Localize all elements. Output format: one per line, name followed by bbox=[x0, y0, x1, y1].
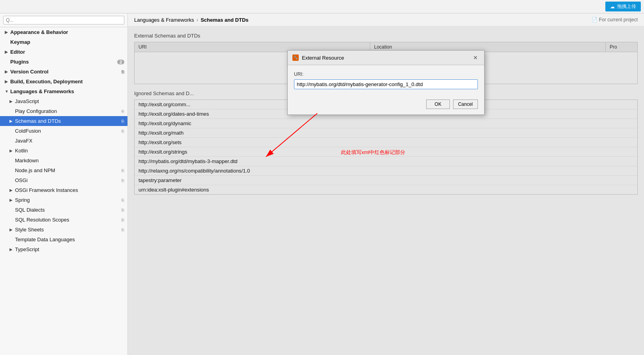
sidebar-label: Plugins bbox=[10, 59, 29, 65]
sidebar-item-spring[interactable]: ▶ Spring⎘ bbox=[0, 195, 127, 205]
sidebar-label: TypeScript bbox=[15, 246, 39, 252]
sidebar-item-nodejs[interactable]: Node.js and NPM⎘ bbox=[0, 165, 127, 175]
sidebar-item-version-control[interactable]: ▶ Version Control⎘ bbox=[0, 67, 127, 77]
copy-icon: ⎘ bbox=[122, 227, 124, 232]
dialog-app-icon: 🔧 bbox=[292, 54, 299, 61]
sidebar-item-coldfusion[interactable]: ColdFusion⎘ bbox=[0, 126, 127, 136]
dialog-title-bar: 🔧 External Resource ✕ bbox=[288, 51, 484, 65]
copy-icon: ⎘ bbox=[122, 198, 124, 203]
sidebar-label: Play Configuration bbox=[15, 108, 57, 114]
sidebar-label: JavaScript bbox=[15, 98, 39, 104]
dialog-title: External Resource bbox=[302, 55, 468, 61]
uri-input[interactable] bbox=[294, 79, 478, 89]
arrow-icon: ▶ bbox=[9, 227, 15, 232]
sidebar-item-keymap[interactable]: Keymap bbox=[0, 37, 127, 47]
sidebar-item-typescript[interactable]: ▶ TypeScript bbox=[0, 244, 127, 254]
copy-icon: ⎘ bbox=[122, 168, 124, 173]
sidebar-item-play-config[interactable]: Play Configuration⎘ bbox=[0, 106, 127, 116]
sidebar-label: Schemas and DTDs bbox=[15, 118, 61, 124]
arrow-icon: ▶ bbox=[5, 50, 10, 54]
copy-icon: ⎘ bbox=[122, 178, 124, 183]
sidebar-item-osgi[interactable]: OSGi⎘ bbox=[0, 175, 127, 185]
arrow-icon: ▶ bbox=[9, 247, 15, 252]
sidebar-label: Version Control bbox=[10, 69, 49, 75]
main-content: Languages & Frameworks › Schemas and DTD… bbox=[128, 13, 644, 355]
sidebar-label: Build, Execution, Deployment bbox=[10, 79, 82, 85]
dialog-body: URI: bbox=[288, 65, 484, 96]
sidebar-item-osgi-framework[interactable]: ▶ OSGi Framework Instances bbox=[0, 185, 127, 195]
sidebar-item-sql-dialects[interactable]: SQL Dialects⎘ bbox=[0, 205, 127, 215]
copy-icon: ⎘ bbox=[122, 69, 124, 74]
sidebar-item-build[interactable]: ▶ Build, Execution, Deployment bbox=[0, 77, 127, 86]
project-note-icon: 📄 bbox=[592, 17, 597, 23]
uri-label: URI: bbox=[294, 71, 478, 77]
arrow-icon: ▶ bbox=[9, 119, 15, 123]
copy-icon: ⎘ bbox=[122, 129, 124, 133]
sidebar-item-appearance[interactable]: ▶ Appearance & Behavior bbox=[0, 27, 127, 37]
copy-icon: ⎘ bbox=[122, 208, 124, 212]
project-note: 📄 For current project bbox=[592, 17, 638, 23]
main-layout: ▶ Appearance & BehaviorKeymap▶ EditorPlu… bbox=[0, 13, 644, 355]
arrow-icon: ▶ bbox=[9, 198, 15, 202]
sidebar-label: Keymap bbox=[10, 39, 30, 45]
cloud-icon: ☁ bbox=[610, 4, 615, 9]
sidebar-item-javafx[interactable]: JavaFX bbox=[0, 136, 127, 146]
sidebar-item-editor[interactable]: ▶ Editor bbox=[0, 47, 127, 57]
arrow-icon: ▶ bbox=[5, 30, 10, 34]
sidebar-item-sql-resolution[interactable]: SQL Resolution Scopes⎘ bbox=[0, 215, 127, 225]
sidebar-label: ColdFusion bbox=[15, 128, 41, 134]
sidebar-label: Style Sheets bbox=[15, 227, 44, 233]
copy-icon: ⎘ bbox=[122, 218, 124, 222]
breadcrumb-parent[interactable]: Languages & Frameworks bbox=[134, 17, 194, 23]
arrow-icon: ▶ bbox=[9, 148, 15, 153]
annotation-arrow-svg bbox=[258, 105, 376, 177]
svg-line-1 bbox=[266, 113, 317, 157]
annotation-text: 此处填写xml中红色标记部分 bbox=[341, 149, 405, 156]
sidebar: ▶ Appearance & BehaviorKeymap▶ EditorPlu… bbox=[0, 13, 128, 355]
sidebar-item-kotlin[interactable]: ▶ Kotlin bbox=[0, 146, 127, 156]
sidebar-item-javascript[interactable]: ▶ JavaScript bbox=[0, 96, 127, 106]
dialog-overlay: 🔧 External Resource ✕ URI: OK Cancel bbox=[128, 26, 644, 355]
project-note-text: For current project bbox=[599, 17, 638, 23]
upload-button[interactable]: ☁ 拖拽上传 bbox=[605, 2, 641, 11]
sidebar-label: Languages & Frameworks bbox=[10, 88, 74, 94]
copy-icon: ⎘ bbox=[122, 109, 124, 114]
breadcrumb-separator: › bbox=[197, 17, 198, 23]
breadcrumb-current: Schemas and DTDs bbox=[200, 17, 248, 23]
content-body: External Schemas and DTDs URI Location P… bbox=[128, 26, 644, 355]
arrow-icon: ▶ bbox=[9, 188, 15, 192]
sidebar-label: Markdown bbox=[15, 158, 39, 163]
sidebar-item-template-data[interactable]: Template Data Languages bbox=[0, 235, 127, 244]
arrow-icon: ▶ bbox=[5, 69, 10, 74]
sidebar-label: OSGi Framework Instances bbox=[15, 187, 78, 193]
sidebar-label: Appearance & Behavior bbox=[10, 29, 68, 35]
sidebar-label: SQL Dialects bbox=[15, 207, 45, 213]
external-resource-dialog: 🔧 External Resource ✕ URI: OK Cancel bbox=[287, 50, 485, 115]
dialog-close-button[interactable]: ✕ bbox=[472, 54, 479, 62]
cancel-button[interactable]: Cancel bbox=[453, 100, 478, 109]
arrow-icon: ▼ bbox=[5, 89, 10, 94]
copy-icon: ⎘ bbox=[122, 119, 124, 124]
arrow-icon: ▶ bbox=[5, 79, 10, 84]
search-box bbox=[0, 13, 127, 27]
sidebar-item-style-sheets[interactable]: ▶ Style Sheets⎘ bbox=[0, 225, 127, 235]
search-input[interactable] bbox=[3, 16, 124, 24]
dialog-buttons: OK Cancel bbox=[288, 96, 484, 115]
plugin-badge: 2 bbox=[117, 60, 124, 64]
sidebar-item-markdown[interactable]: Markdown bbox=[0, 156, 127, 165]
arrow-icon: ▶ bbox=[9, 99, 15, 103]
sidebar-items-container: ▶ Appearance & BehaviorKeymap▶ EditorPlu… bbox=[0, 27, 127, 254]
sidebar-label: JavaFX bbox=[15, 138, 32, 144]
sidebar-item-languages[interactable]: ▼ Languages & Frameworks bbox=[0, 86, 127, 96]
sidebar-label: Editor bbox=[10, 49, 25, 55]
ok-button[interactable]: OK bbox=[426, 100, 449, 109]
sidebar-label: Template Data Languages bbox=[15, 237, 75, 242]
sidebar-item-plugins[interactable]: Plugins2 bbox=[0, 57, 127, 67]
sidebar-item-schemas-dtds[interactable]: ▶ Schemas and DTDs⎘ bbox=[0, 116, 127, 126]
top-bar: ☁ 拖拽上传 bbox=[0, 0, 644, 13]
breadcrumb-bar: Languages & Frameworks › Schemas and DTD… bbox=[128, 13, 644, 26]
sidebar-label: Node.js and NPM bbox=[15, 167, 55, 173]
sidebar-label: Kotlin bbox=[15, 148, 28, 154]
sidebar-label: SQL Resolution Scopes bbox=[15, 217, 69, 223]
sidebar-label: OSGi bbox=[15, 177, 28, 183]
